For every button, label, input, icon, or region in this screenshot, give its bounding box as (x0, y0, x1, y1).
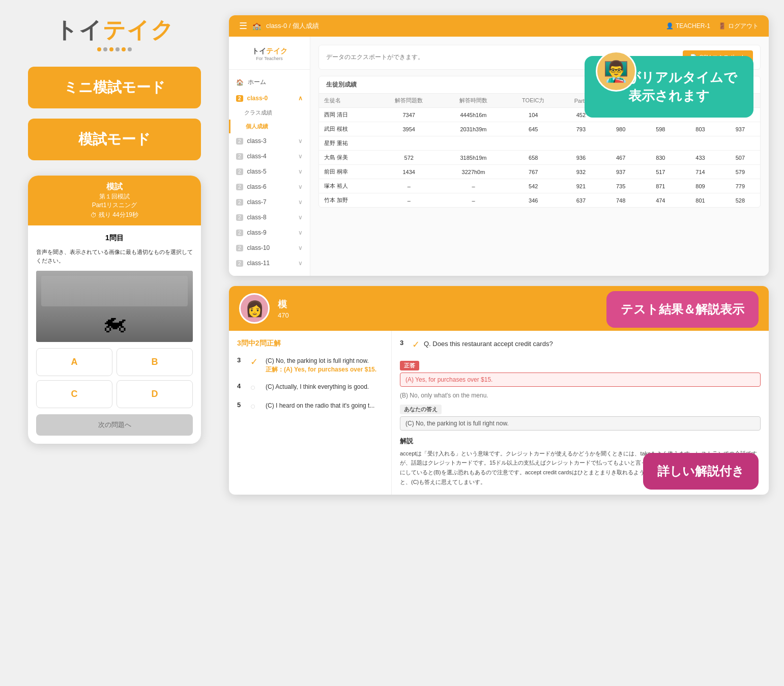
mini-exam-button[interactable]: ミニ模試モード (28, 67, 201, 108)
chevron-down-icon: ∨ (298, 214, 303, 221)
class4-label: class-4 (247, 153, 267, 160)
logo-dot (115, 47, 120, 51)
sidebar-class0-label: class-0 (247, 95, 268, 102)
class5-label: class-5 (247, 168, 267, 175)
sidebar-item-class7[interactable]: 2 class-7 ∨ (229, 194, 310, 210)
table-cell: 936 (561, 151, 601, 165)
phone-subtitle1: 第１回模試 (36, 192, 193, 201)
clock-icon: ⏱ (91, 212, 97, 219)
question-text: 音声を聞き、表示されている画像に最も適切なものを選択してください。 (36, 248, 193, 265)
chevron-down-icon: ∨ (298, 198, 303, 206)
class5-icon: 2 (236, 168, 243, 175)
sidebar-item-class5[interactable]: 2 class-5 ∨ (229, 164, 310, 179)
detail-check-icon: ✓ (412, 339, 420, 350)
phone-body: 1問目 音声を聞き、表示されている画像に最も適切なものを選択してください。 🏍 … (28, 225, 201, 444)
class9-icon: 2 (236, 230, 243, 236)
table-cell: 3227h0m (441, 165, 506, 179)
menu-icon[interactable]: ☰ (239, 20, 247, 32)
question-item-3: 3 ✓ (C) No, the parking lot is full righ… (237, 356, 383, 374)
logout-icon: 🚪 (718, 22, 726, 30)
answer-b-button[interactable]: B (117, 348, 193, 376)
test-results-bubble: テスト結果＆解説表示 (606, 291, 759, 328)
sidebar-item-class8[interactable]: 2 class-8 ∨ (229, 210, 310, 225)
export-text: データのエクスポートができます。 (326, 53, 424, 62)
table-cell: 武田 桜枝 (319, 122, 376, 136)
topbar-right: 👤 TEACHER-1 🚪 ログアウト (666, 22, 759, 31)
sidebar-item-class4[interactable]: 2 class-4 ∨ (229, 149, 310, 164)
q-text-4: (C) Actually, I think everything is good… (266, 382, 369, 391)
table-cell (680, 136, 720, 151)
student-face-icon: 👩 (245, 300, 264, 318)
table-cell: 793 (561, 122, 601, 136)
sidebar-item-class3[interactable]: 2 class-3 ∨ (229, 133, 310, 149)
exam-button[interactable]: 模試モード (28, 119, 201, 160)
next-question-button[interactable]: 次の問題へ (36, 414, 193, 436)
table-cell: – (376, 193, 441, 208)
phone-header: 模試 第１回模試 Part1リスニング ⏱ 残り 44分19秒 (28, 176, 201, 225)
sidebar-item-personal-results[interactable]: 個人成績 (229, 120, 310, 133)
table-cell: 474 (641, 193, 680, 208)
q-num-3: 3 (237, 356, 245, 364)
table-cell: 4445h16m (441, 108, 506, 122)
sidebar-home-label: ホーム (248, 78, 266, 87)
table-row: 竹本 加野––346637748474801528 (319, 193, 760, 208)
phone-timer: ⏱ 残り 44分19秒 (36, 211, 193, 219)
table-cell: 658 (506, 151, 561, 165)
logo-orange: テイク (103, 17, 175, 42)
sidebar-item-class-results[interactable]: クラス成績 (229, 106, 310, 120)
chevron-up-icon: ∧ (298, 95, 303, 102)
table-cell: 637 (561, 193, 601, 208)
table-cell: 921 (561, 179, 601, 193)
sidebar-item-class0[interactable]: 2 class-0 ∧ (229, 91, 310, 106)
sidebar-item-class11[interactable]: 2 class-11 ∨ (229, 255, 310, 271)
table-cell: 748 (601, 193, 641, 208)
table-cell: – (376, 179, 441, 193)
sidebar-logo-sub: For Teachers (237, 56, 302, 61)
sidebar-item-class10[interactable]: 2 class-10 ∨ (229, 240, 310, 255)
col-header-questions: 解答問題数 (376, 94, 441, 108)
table-cell: 714 (680, 165, 720, 179)
logo-dot (103, 47, 107, 51)
answer-a-button[interactable]: A (36, 348, 112, 376)
sidebar-item-class6[interactable]: 2 class-6 ∨ (229, 179, 310, 194)
answer-c-button[interactable]: C (36, 380, 112, 408)
user-icon: 👤 (666, 22, 674, 30)
breadcrumb: class-0 / 個人成績 (266, 21, 319, 31)
table-row: 大島 保美5723185h19m658936467830433507 (319, 151, 760, 165)
check-circle-icon-2: ○ (250, 401, 260, 412)
table-row: 前田 桐幸14343227h0m767932937517714579 (319, 165, 760, 179)
answer-d-button[interactable]: D (117, 380, 193, 408)
q-text-5: (C) I heard on the radio that it's going… (266, 401, 374, 410)
your-answer-label: あなたの答え (400, 405, 442, 414)
table-cell: 980 (601, 122, 641, 136)
table-cell: 801 (680, 193, 720, 208)
table-cell: 809 (680, 179, 720, 193)
logo-area: トイテイク (55, 15, 175, 51)
table-cell: 937 (720, 122, 760, 136)
class0-icon: 2 (236, 95, 243, 102)
table-cell: 507 (720, 151, 760, 165)
screenshot-bottom: 👩 模 470 3問中2問正解 3 ✓ (C) No, the parking … (229, 286, 769, 495)
phone-mockup: 模試 第１回模試 Part1リスニング ⏱ 残り 44分19秒 1問目 音声を聞… (28, 176, 201, 444)
chevron-down-icon: ∨ (298, 168, 303, 175)
phone-exam-title: 模試 (36, 182, 193, 192)
table-cell: 大島 保美 (319, 151, 376, 165)
class11-icon: 2 (236, 260, 243, 267)
class11-label: class-11 (247, 260, 270, 267)
table-cell: 346 (506, 193, 561, 208)
sidebar-item-class9[interactable]: 2 class-9 ∨ (229, 225, 310, 240)
app-topbar: ☰ 🏫 class-0 / 個人成績 👤 TEACHER-1 🚪 ログアウト (229, 15, 769, 37)
col-header-toeic: TOEIC力 (506, 94, 561, 108)
sidebar-item-home[interactable]: 🏠 ホーム (229, 74, 310, 91)
table-cell (376, 136, 441, 151)
logo-dot (97, 47, 101, 51)
teacher-avatar: 👨‍🏫 (596, 51, 636, 92)
table-cell: 517 (641, 165, 680, 179)
table-cell: 803 (680, 122, 720, 136)
class6-label: class-6 (247, 183, 267, 190)
student-avatar: 👩 (239, 293, 270, 324)
check-circle-icon: ○ (250, 382, 260, 393)
logout-button[interactable]: 🚪 ログアウト (718, 22, 759, 31)
table-cell: 星野 重祐 (319, 136, 376, 151)
check-correct-icon: ✓ (250, 356, 260, 367)
